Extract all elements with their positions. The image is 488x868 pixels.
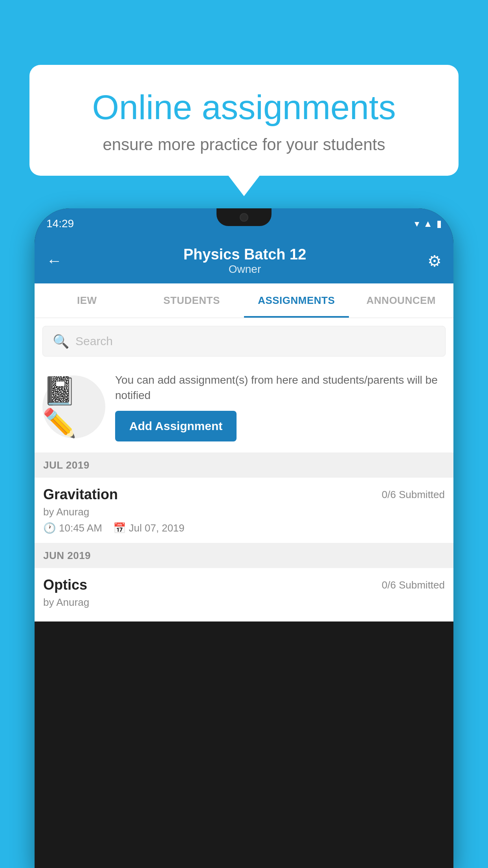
tab-students[interactable]: STUDENTS xyxy=(139,283,244,318)
phone-screen: 🔍 Search 📓✏️ You can add assignment(s) f… xyxy=(35,318,453,622)
speech-bubble-subtitle: ensure more practice for your students xyxy=(57,135,431,154)
tab-announcements[interactable]: ANNOUNCEM xyxy=(349,283,454,318)
assignment-row1: Gravitation 0/6 Submitted xyxy=(43,486,445,503)
promo-description: You can add assignment(s) from here and … xyxy=(115,372,446,403)
wifi-icon: ▾ xyxy=(415,218,419,229)
speech-bubble-card: Online assignments ensure more practice … xyxy=(29,65,459,176)
batch-title: Physics Batch 12 xyxy=(183,246,306,263)
search-icon: 🔍 xyxy=(53,333,69,349)
assignment-name: Gravitation xyxy=(43,486,118,503)
phone-device: 14:29 ▾ ▲ ▮ ← Physics Batch 12 Owner ⚙ I… xyxy=(35,208,453,868)
assignment-name: Optics xyxy=(43,577,87,593)
status-icons: ▾ ▲ ▮ xyxy=(415,218,442,229)
promo-icon-circle: 📓✏️ xyxy=(42,375,105,438)
clock-icon: 🕐 xyxy=(43,522,56,534)
batch-subtitle: Owner xyxy=(183,263,306,276)
search-bar[interactable]: 🔍 Search xyxy=(42,326,446,357)
assignment-submitted: 0/6 Submitted xyxy=(382,579,445,591)
section-header-jul: JUL 2019 xyxy=(35,453,453,478)
app-header: ← Physics Batch 12 Owner ⚙ xyxy=(35,239,453,283)
assignment-date: 📅 Jul 07, 2019 xyxy=(113,522,185,534)
add-assignment-button[interactable]: Add Assignment xyxy=(115,411,237,441)
section-header-jun: JUN 2019 xyxy=(35,543,453,568)
calendar-icon: 📅 xyxy=(113,522,126,534)
tab-iew[interactable]: IEW xyxy=(35,283,139,318)
assignment-item-optics[interactable]: Optics 0/6 Submitted by Anurag xyxy=(35,568,453,622)
battery-icon: ▮ xyxy=(437,218,442,229)
promo-text-area: You can add assignment(s) from here and … xyxy=(115,372,446,441)
notebook-icon: 📓✏️ xyxy=(42,375,105,439)
assignment-submitted: 0/6 Submitted xyxy=(382,489,445,501)
status-bar: 14:29 ▾ ▲ ▮ xyxy=(35,208,453,239)
back-button[interactable]: ← xyxy=(46,252,62,270)
assignment-meta: 🕐 10:45 AM 📅 Jul 07, 2019 xyxy=(43,522,445,534)
signal-icon: ▲ xyxy=(423,218,433,229)
phone-notch xyxy=(216,208,272,226)
assignment-item-gravitation[interactable]: Gravitation 0/6 Submitted by Anurag 🕐 10… xyxy=(35,478,453,543)
promo-section: 📓✏️ You can add assignment(s) from here … xyxy=(35,364,453,453)
tab-bar: IEW STUDENTS ASSIGNMENTS ANNOUNCEM xyxy=(35,283,453,318)
assignment-author: by Anurag xyxy=(43,506,445,518)
assignment-time: 🕐 10:45 AM xyxy=(43,522,102,534)
phone-camera xyxy=(240,213,248,222)
assignment-author: by Anurag xyxy=(43,596,445,609)
tab-assignments[interactable]: ASSIGNMENTS xyxy=(244,283,349,318)
settings-gear-icon[interactable]: ⚙ xyxy=(427,252,442,270)
assignment-row1: Optics 0/6 Submitted xyxy=(43,577,445,593)
status-time: 14:29 xyxy=(46,217,74,230)
header-center: Physics Batch 12 Owner xyxy=(183,246,306,276)
speech-bubble-title: Online assignments xyxy=(57,88,431,127)
search-placeholder: Search xyxy=(75,335,113,348)
